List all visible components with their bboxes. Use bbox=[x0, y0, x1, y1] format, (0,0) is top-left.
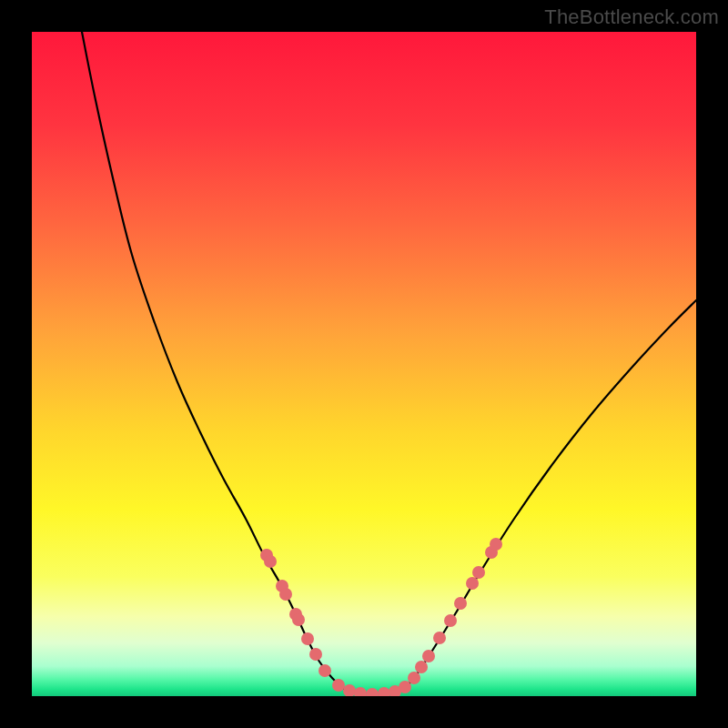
data-dot bbox=[408, 672, 420, 684]
data-dot bbox=[472, 566, 485, 579]
data-dot bbox=[301, 632, 314, 645]
data-dot bbox=[318, 664, 331, 677]
data-dots bbox=[260, 538, 502, 696]
v-curve bbox=[82, 32, 696, 694]
data-dot bbox=[279, 588, 292, 601]
data-dot bbox=[309, 648, 322, 661]
data-dot bbox=[415, 661, 428, 673]
chart-frame: TheBottleneck.com bbox=[0, 0, 728, 728]
data-dot bbox=[422, 650, 435, 662]
data-dot bbox=[454, 597, 467, 610]
data-dot bbox=[490, 538, 502, 551]
data-dot bbox=[354, 687, 367, 696]
data-dot bbox=[343, 684, 356, 696]
data-dot bbox=[378, 687, 390, 696]
data-dot bbox=[332, 679, 345, 692]
attribution-text: TheBottleneck.com bbox=[544, 5, 719, 29]
data-dot bbox=[444, 614, 457, 627]
data-dot bbox=[399, 681, 411, 693]
plot-area bbox=[32, 32, 696, 696]
chart-svg bbox=[32, 32, 696, 696]
data-dot bbox=[366, 688, 379, 696]
data-dot bbox=[466, 577, 479, 590]
data-dot bbox=[292, 613, 305, 626]
data-dot bbox=[433, 632, 446, 644]
data-dot bbox=[264, 555, 277, 568]
